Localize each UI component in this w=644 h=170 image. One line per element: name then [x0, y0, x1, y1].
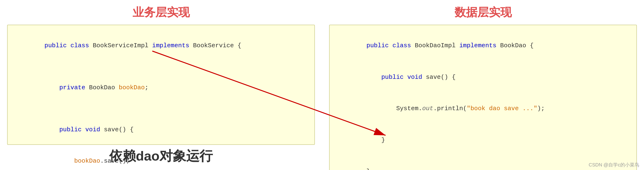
code-line-r5: }: [337, 156, 629, 170]
code-line-l2: [15, 62, 307, 72]
left-title: 业务层实现: [132, 5, 190, 20]
left-panel: 业务层实现 public class BookServiceImpl imple…: [7, 5, 315, 165]
code-line-r1: public class BookDaoImpl implements Book…: [337, 30, 629, 62]
code-line-r3: System.out.println("book dao save ...");: [337, 93, 629, 124]
right-code-box: public class BookDaoImpl implements Book…: [329, 25, 637, 170]
watermark: CSDN @自学c的小菜鸟: [588, 162, 639, 168]
code-line-l3: private BookDao bookDao;: [15, 72, 307, 103]
code-line-l5: public void save() {: [15, 114, 307, 146]
right-title: 数据层实现: [454, 5, 512, 20]
code-line-l6: bookDao.save();: [15, 145, 307, 170]
code-line-l4: [15, 103, 307, 114]
page-container: 业务层实现 public class BookServiceImpl imple…: [0, 0, 644, 170]
code-line-r4: }: [337, 124, 629, 156]
right-panel: 数据层实现 public class BookDaoImpl implement…: [329, 5, 637, 165]
code-line-l1: public class BookServiceImpl implements …: [15, 30, 307, 62]
left-code-box: public class BookServiceImpl implements …: [7, 25, 315, 145]
code-line-r2: public void save() {: [337, 62, 629, 93]
